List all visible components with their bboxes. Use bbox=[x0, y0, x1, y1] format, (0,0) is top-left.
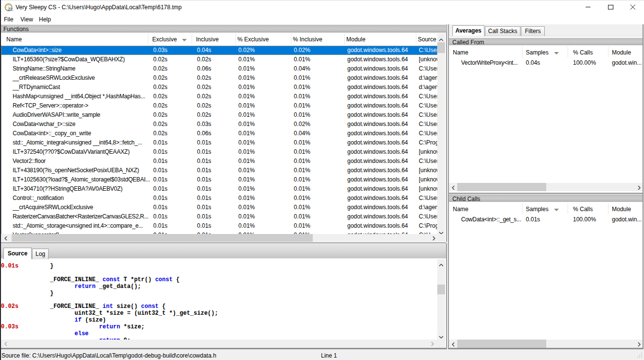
svg-text:Zzz: Zzz bbox=[7, 7, 13, 12]
